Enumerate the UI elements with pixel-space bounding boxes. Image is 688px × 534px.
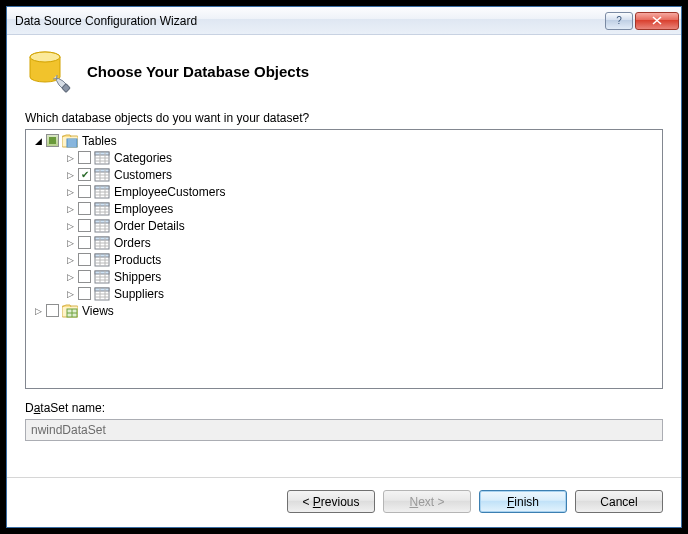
page-title: Choose Your Database Objects: [87, 63, 309, 80]
table-icon: [94, 185, 110, 199]
window-buttons: ?: [605, 12, 679, 30]
checkbox[interactable]: [78, 185, 91, 198]
tree-node-table[interactable]: ▷Categories: [26, 149, 662, 166]
cancel-button[interactable]: Cancel: [575, 490, 663, 513]
node-label: Products: [114, 253, 161, 267]
node-label: Tables: [82, 134, 117, 148]
node-label: Employees: [114, 202, 173, 216]
node-label: Views: [82, 304, 114, 318]
node-label: Categories: [114, 151, 172, 165]
wizard-dialog: Data Source Configuration Wizard ? Choos…: [6, 6, 682, 528]
expander-icon[interactable]: ▷: [64, 271, 76, 283]
object-tree[interactable]: ◢ Tables ▷Cate: [25, 129, 663, 389]
tree-node-table[interactable]: ▷EmployeeCustomers: [26, 183, 662, 200]
expander-icon[interactable]: ▷: [64, 169, 76, 181]
table-icon: [94, 151, 110, 165]
wizard-footer: < Previous Next > Finish Cancel: [7, 477, 681, 527]
expander-icon[interactable]: ▷: [64, 203, 76, 215]
finish-button[interactable]: Finish: [479, 490, 567, 513]
tree-node-views[interactable]: ▷ Views: [26, 302, 662, 319]
wizard-body: Which database objects do you want in yo…: [7, 111, 681, 465]
checkbox[interactable]: [78, 287, 91, 300]
table-icon: [94, 236, 110, 250]
folder-tables-icon: [62, 134, 78, 148]
expander-icon[interactable]: ▷: [64, 254, 76, 266]
node-label: Orders: [114, 236, 151, 250]
svg-rect-15: [95, 169, 109, 172]
tree-node-table[interactable]: ▷Shippers: [26, 268, 662, 285]
expander-icon[interactable]: ▷: [64, 288, 76, 300]
table-icon: [94, 270, 110, 284]
table-icon: [94, 219, 110, 233]
table-icon: [94, 168, 110, 182]
svg-rect-27: [95, 203, 109, 206]
svg-rect-39: [95, 237, 109, 240]
table-icon: [94, 287, 110, 301]
svg-rect-57: [95, 288, 109, 291]
wizard-header: Choose Your Database Objects: [7, 35, 681, 111]
checkbox[interactable]: [46, 134, 59, 147]
checkbox[interactable]: [46, 304, 59, 317]
titlebar: Data Source Configuration Wizard ?: [7, 7, 681, 35]
node-label: EmployeeCustomers: [114, 185, 225, 199]
previous-button[interactable]: < Previous: [287, 490, 375, 513]
node-label: Customers: [114, 168, 172, 182]
checkbox[interactable]: [78, 219, 91, 232]
expander-icon[interactable]: ▷: [64, 220, 76, 232]
tree-node-tables[interactable]: ◢ Tables: [26, 132, 662, 149]
dataset-name-label: DataSet name:: [25, 401, 663, 415]
checkbox[interactable]: [78, 151, 91, 164]
tree-node-table[interactable]: ▷Order Details: [26, 217, 662, 234]
svg-rect-9: [95, 152, 109, 155]
expander-icon[interactable]: ▷: [64, 186, 76, 198]
checkbox[interactable]: [78, 202, 91, 215]
table-icon: [94, 202, 110, 216]
tree-node-table[interactable]: ▷Orders: [26, 234, 662, 251]
table-icon: [94, 253, 110, 267]
window-title: Data Source Configuration Wizard: [15, 14, 605, 28]
folder-views-icon: [62, 304, 78, 318]
tree-node-table[interactable]: ▷Customers: [26, 166, 662, 183]
dataset-name-input[interactable]: [25, 419, 663, 441]
tree-node-table[interactable]: ▷Products: [26, 251, 662, 268]
prompt-text: Which database objects do you want in yo…: [25, 111, 663, 125]
svg-rect-51: [95, 271, 109, 274]
svg-rect-21: [95, 186, 109, 189]
tree-node-table[interactable]: ▷Employees: [26, 200, 662, 217]
svg-point-1: [30, 52, 60, 62]
expander-icon[interactable]: ◢: [32, 135, 44, 147]
node-label: Suppliers: [114, 287, 164, 301]
node-label: Order Details: [114, 219, 185, 233]
tree-node-table[interactable]: ▷Suppliers: [26, 285, 662, 302]
checkbox[interactable]: [78, 270, 91, 283]
close-button[interactable]: [635, 12, 679, 30]
expander-icon[interactable]: ▷: [32, 305, 44, 317]
close-icon: [652, 16, 662, 25]
svg-rect-45: [95, 254, 109, 257]
database-icon: [25, 49, 73, 93]
expander-icon[interactable]: ▷: [64, 237, 76, 249]
help-button[interactable]: ?: [605, 12, 633, 30]
node-label: Shippers: [114, 270, 161, 284]
checkbox[interactable]: [78, 253, 91, 266]
checkbox[interactable]: [78, 168, 91, 181]
expander-icon[interactable]: ▷: [64, 152, 76, 164]
next-button: Next >: [383, 490, 471, 513]
svg-rect-33: [95, 220, 109, 223]
checkbox[interactable]: [78, 236, 91, 249]
